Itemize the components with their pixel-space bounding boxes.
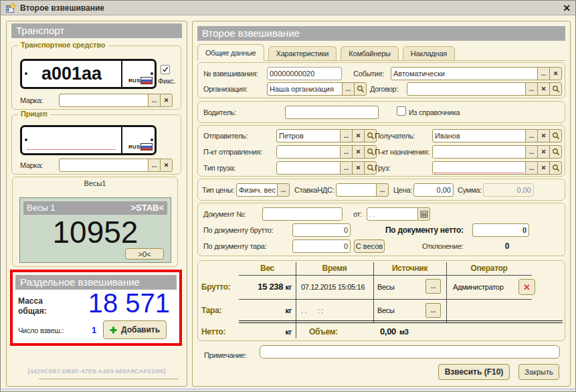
contract-clear-button[interactable]: ✕ — [537, 82, 550, 96]
from-scales-button[interactable]: С весов — [354, 239, 385, 253]
weigh-button[interactable]: Взвесить (F10) — [438, 364, 510, 380]
receiver-clear-button[interactable]: ✕ — [537, 129, 550, 142]
tare-time: . . : : — [301, 304, 323, 317]
vehicle-marka-ellipsis-button[interactable]: ... — [148, 94, 161, 107]
receiver-ellipsis-button[interactable]: ... — [525, 129, 538, 142]
event-ellipsis-button[interactable]: ... — [537, 67, 550, 80]
fix-checkbox[interactable] — [161, 65, 170, 74]
doc-date-calendar-button[interactable] — [417, 207, 430, 221]
trailer-marka-input[interactable] — [59, 159, 149, 172]
contract-lookup-button[interactable] — [549, 82, 562, 96]
tab-obshchie-dannye[interactable]: Общие данные — [197, 44, 264, 61]
deviation-label: Отклонение: — [422, 239, 463, 253]
price-type-input[interactable]: Физич. вес — [236, 183, 278, 197]
vehicle-marka-clear-button[interactable]: ✕ — [160, 94, 173, 107]
plus-icon — [110, 326, 117, 334]
receiver-field[interactable]: Иванов ... ✕ — [432, 129, 562, 142]
doc-num-label: Документ №: — [203, 207, 246, 221]
doc-tare-input[interactable]: 0 — [292, 239, 351, 253]
trailer-plate[interactable]: RUS — [20, 125, 157, 155]
dep-point-input[interactable] — [276, 145, 341, 159]
vehicle-plate[interactable]: a001aa RUS — [20, 59, 157, 89]
from-catalog-checkbox[interactable] — [397, 106, 406, 116]
sender-input[interactable]: Петров — [276, 129, 341, 142]
event-field[interactable]: Автоматически ... ✕ — [391, 67, 562, 80]
vehicle-marka-field[interactable]: ... ✕ — [59, 94, 173, 107]
add-button[interactable]: Добавить — [103, 320, 167, 339]
sender-ellipsis-button[interactable]: ... — [340, 129, 353, 142]
dep-point-clear-button[interactable]: ✕ — [352, 145, 365, 159]
dep-point-ellipsis-button[interactable]: ... — [340, 145, 353, 159]
zero-button[interactable]: >0< — [125, 248, 164, 260]
dest-point-clear-button[interactable]: ✕ — [537, 145, 550, 159]
contract-input[interactable] — [407, 82, 526, 96]
dest-point-input[interactable] — [432, 145, 526, 159]
gross-time: 07.12.2015 15:05:16 — [301, 280, 365, 294]
event-clear-button[interactable]: ✕ — [549, 67, 562, 80]
trailer-plate-number — [22, 127, 122, 153]
cargo-type-clear-button[interactable]: ✕ — [352, 161, 365, 175]
receiver-input[interactable]: Иванов — [432, 129, 526, 142]
contract-ellipsis-button[interactable]: ... — [525, 82, 538, 96]
magnifier-icon — [367, 164, 375, 172]
org-field[interactable]: Наша организация ... — [267, 82, 367, 96]
trailer-marka-ellipsis-button[interactable]: ... — [148, 159, 161, 172]
tare-source-ellipsis-button[interactable]: ... — [425, 303, 441, 318]
note-label: Примечание: — [204, 349, 246, 362]
col-weight: Вес — [239, 262, 296, 274]
price-type-field[interactable]: Физич. вес ... — [236, 183, 290, 197]
driver-input[interactable] — [285, 106, 379, 119]
vat-ellipsis-button[interactable]: ... — [376, 183, 389, 197]
cargo-clear-button[interactable]: ✕ — [537, 161, 550, 175]
volume-label: Объем: — [309, 325, 338, 338]
cargo-type-ellipsis-button[interactable]: ... — [340, 161, 353, 175]
scales-name: Весы 1 — [27, 201, 56, 215]
required-underline — [27, 149, 116, 150]
doc-gross-input[interactable]: 0 — [292, 223, 351, 237]
plate-dot-right — [151, 72, 153, 75]
titlebar: Второе взвешивание ✕ — [1, 1, 575, 15]
dep-point-field[interactable]: ... ✕ — [276, 145, 377, 159]
doc-num-input[interactable] — [262, 207, 343, 221]
tab-nakladnaya[interactable]: Накладная — [403, 46, 455, 60]
price-type-ellipsis-button[interactable]: ... — [277, 183, 290, 197]
gross-weight: 15 238 кг — [215, 280, 292, 294]
number-input[interactable]: 00000000020 — [267, 67, 342, 80]
close-button[interactable]: Закрыть — [518, 364, 559, 380]
event-input[interactable]: Автоматически — [391, 67, 538, 80]
sender-field[interactable]: Петров ... ✕ — [276, 129, 377, 142]
close-icon[interactable]: ✕ — [563, 3, 571, 13]
sender-clear-button[interactable]: ✕ — [352, 129, 365, 142]
doc-date-input[interactable]: . . — [367, 207, 418, 221]
org-lookup-button[interactable] — [354, 82, 367, 96]
org-input[interactable]: Наша организация — [267, 82, 343, 96]
org-label: Организация: — [203, 82, 248, 96]
vat-field[interactable]: ... — [336, 183, 389, 197]
trailer-marka-clear-button[interactable]: ✕ — [160, 159, 173, 172]
cargo-lookup-button[interactable] — [549, 161, 562, 175]
receiver-lookup-button[interactable] — [549, 129, 562, 142]
dest-point-ellipsis-button[interactable]: ... — [525, 145, 538, 159]
vat-input[interactable] — [336, 183, 377, 197]
vehicle-marka-input[interactable] — [59, 94, 149, 107]
tab-kombaynery[interactable]: Комбайнеры — [341, 46, 399, 60]
doc-date-field[interactable]: . . — [367, 207, 430, 221]
tab-kharakteristiki[interactable]: Характеристики — [268, 46, 337, 60]
cargo-ellipsis-button[interactable]: ... — [525, 161, 538, 175]
magnifier-icon — [552, 132, 560, 140]
dest-point-lookup-button[interactable] — [549, 145, 562, 159]
dest-point-field[interactable]: ... ✕ — [432, 145, 562, 159]
cargo-field[interactable]: ... ✕ — [432, 161, 562, 175]
cargo-type-input[interactable] — [276, 161, 341, 175]
cargo-input[interactable] — [432, 161, 526, 175]
note-input[interactable] — [260, 345, 560, 359]
price-input[interactable]: 0,00 — [413, 183, 454, 197]
scales-frame: Весы1 Весы 1 >STAB< 10952 >0< — [12, 177, 178, 267]
gross-source-ellipsis-button[interactable]: ... — [425, 279, 441, 294]
cargo-type-field[interactable]: ... ✕ — [276, 161, 377, 175]
trailer-marka-field[interactable]: ... ✕ — [59, 159, 173, 172]
delete-gross-button[interactable]: ✕ — [518, 279, 535, 295]
contract-field[interactable]: ... ✕ — [407, 82, 562, 96]
org-ellipsis-button[interactable]: ... — [342, 82, 355, 96]
doc-net-input[interactable]: 0 — [472, 223, 529, 237]
